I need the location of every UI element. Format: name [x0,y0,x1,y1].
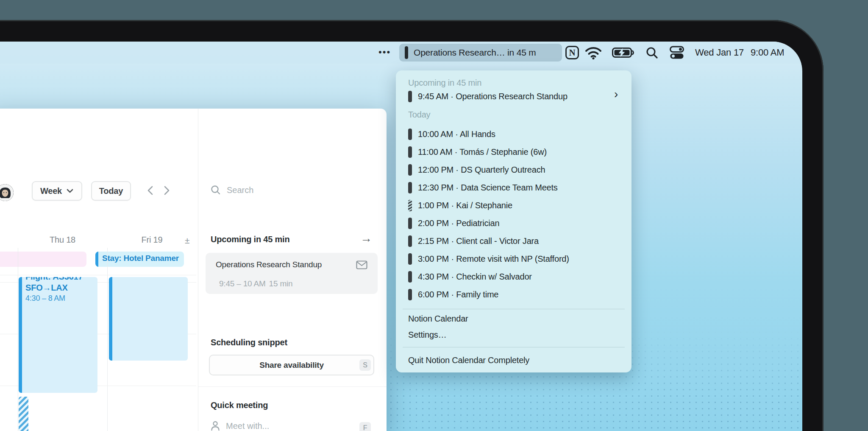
dropdown-event-label: 12:30 PM · Data Science Team Meets [418,183,558,193]
menubar-clock[interactable]: Wed Jan 179:00 AM [695,42,784,64]
today-button[interactable]: Today [91,181,131,201]
menu-divider [403,309,625,309]
event-striped-bar-icon [408,200,412,211]
day-header-thu[interactable]: Thu 18 [18,235,107,245]
arrow-right-icon[interactable]: → [360,232,372,245]
event-color-bar-icon [408,182,412,193]
panel-divider [198,109,198,431]
share-availability-label: Share availability [259,361,324,370]
section-divider [198,386,387,387]
event-color-bar-icon [408,218,412,229]
today-button-label: Today [99,186,123,196]
day-header-fri[interactable]: Fri 19 [107,235,197,245]
menubar-overflow-icon[interactable]: ••• [378,42,391,64]
dropdown-event-item[interactable]: 10:00 AM · All Hands [408,125,624,143]
search-icon [211,185,221,195]
email-icon[interactable] [356,260,367,269]
menu-item-notion-calendar[interactable]: Notion Calendar [408,314,468,324]
event-color-bar-icon [408,164,412,176]
quick-meeting-header: Quick meeting [211,400,268,410]
menubar-upcoming-label: Operations Research… in 45 m [414,48,536,58]
event-flight-title: Flight: AS3617 [25,277,96,282]
meet-with-input[interactable] [226,421,328,431]
event-flight-time: 4:30 – 8 AM [25,293,96,303]
notion-calendar-menubar-dropdown: Upcoming in 45 min 9:45 AM · Operations … [396,70,632,372]
dropdown-featured-label: 9:45 AM · Operations Research Standup [418,92,568,101]
upcoming-header: Upcoming in 45 min [211,235,289,244]
avatar[interactable] [0,184,14,201]
card-title: Operations Research Standup [216,260,322,269]
menubar-notion-calendar-item[interactable]: Operations Research… in 45 m [399,44,562,62]
dropdown-event-label: 3:00 PM · Remote visit with NP (Stafford… [418,254,569,264]
card-time: 9:45 – 10 AM [219,279,266,288]
dropdown-event-label: 11:00 AM · Tomás / Stephanie (6w) [418,147,547,157]
notion-app-icon[interactable]: N [565,46,579,59]
event-color-bar-icon [408,289,412,300]
timezone-adjust-icon[interactable]: ± [185,235,189,246]
event-busy-strip[interactable] [19,397,28,431]
person-icon [211,421,220,431]
dropdown-event-label: 12:00 PM · DS Quarterly Outreach [418,165,545,175]
meet-with-row[interactable] [211,421,328,431]
event-color-bar-icon [408,271,412,283]
dropdown-event-label: 10:00 AM · All Hands [418,129,495,139]
dropdown-upcoming-header: Upcoming in 45 min [408,78,481,88]
dropdown-event-label: 6:00 PM · Family time [418,290,498,299]
chevron-right-icon: › [614,88,618,100]
event-fri-morning-block[interactable] [109,277,188,361]
menubar-date: Wed Jan 17 [695,47,744,58]
upcoming-event-card[interactable]: Operations Research Standup 9:45 – 10 AM… [206,253,378,294]
view-selector-label: Week [40,186,62,196]
dropdown-event-item[interactable]: 6:00 PM · Family time [408,285,624,303]
shortcut-key-s: S [359,359,371,371]
search-row[interactable] [211,185,328,195]
dropdown-event-item[interactable]: 11:00 AM · Tomás / Stephanie (6w) [408,143,624,161]
control-center-icon[interactable] [670,42,684,64]
view-selector-button[interactable]: Week [32,181,82,201]
dropdown-today-header: Today [408,110,430,120]
wifi-icon[interactable] [584,42,602,64]
dropdown-event-item[interactable]: 2:00 PM · Pediatrician [408,214,624,232]
menu-divider [403,347,625,347]
search-input[interactable] [227,185,328,195]
dropdown-event-item[interactable]: 4:30 PM · Checkin w/ Salvador [408,268,624,285]
event-color-bar-icon [408,253,412,265]
menubar-time: 9:00 AM [751,47,784,58]
menu-item-settings[interactable]: Settings… [408,330,446,340]
menu-item-quit[interactable]: Quit Notion Calendar Completely [408,355,529,365]
dropdown-event-item[interactable]: 2:15 PM · Client call - Victor Jara [408,232,624,250]
previous-week-button[interactable] [145,184,158,197]
battery-charging-icon[interactable] [612,42,635,64]
allday-event-pink[interactable] [0,252,86,267]
dropdown-event-label: 2:00 PM · Pediatrician [418,218,499,228]
dropdown-event-item[interactable]: 12:30 PM · Data Science Team Meets [408,179,624,196]
gridline [0,275,196,275]
dropdown-event-label: 1:00 PM · Kai / Stephanie [418,201,512,210]
desktop: ••• Operations Research… in 45 m N [0,42,802,431]
spotlight-search-icon[interactable] [645,42,658,64]
notion-calendar-window: Week Today Thu 18 Fri 19 ± Stay: Hotel P… [0,109,387,431]
event-color-bar [109,277,112,361]
next-week-button[interactable] [161,184,174,197]
dropdown-event-item[interactable]: 1:00 PM · Kai / Stephanie [408,196,624,214]
shortcut-key-f: F [359,422,371,431]
event-color-bar-icon [408,129,412,140]
allday-event-title: Stay: Hotel Panamer [102,254,179,263]
menu-bar: ••• Operations Research… in 45 m N [0,42,802,64]
dropdown-event-item[interactable]: 3:00 PM · Remote visit with NP (Stafford… [408,250,624,268]
event-flight[interactable]: Flight: AS3617 SFO→LAX 4:30 – 8 AM [19,277,97,393]
card-duration: 15 min [269,279,293,288]
dropdown-event-item[interactable]: 12:00 PM · DS Quarterly Outreach [408,161,624,179]
event-color-bar [19,277,22,393]
chevron-down-icon [66,188,74,193]
event-color-bar-icon [408,91,412,102]
dropdown-featured-event[interactable]: 9:45 AM · Operations Research Standup › [408,87,624,105]
share-availability-button[interactable]: Share availability [209,355,374,375]
event-color-bar-icon [408,235,412,247]
event-color-bar-icon [405,46,408,59]
event-color-bar [95,252,98,267]
scheduling-header: Scheduling snippet [211,338,287,347]
event-flight-route: SFO→LAX [25,282,96,293]
allday-event-stay[interactable]: Stay: Hotel Panamer [95,252,184,267]
dropdown-event-label: 4:30 PM · Checkin w/ Salvador [418,272,532,282]
